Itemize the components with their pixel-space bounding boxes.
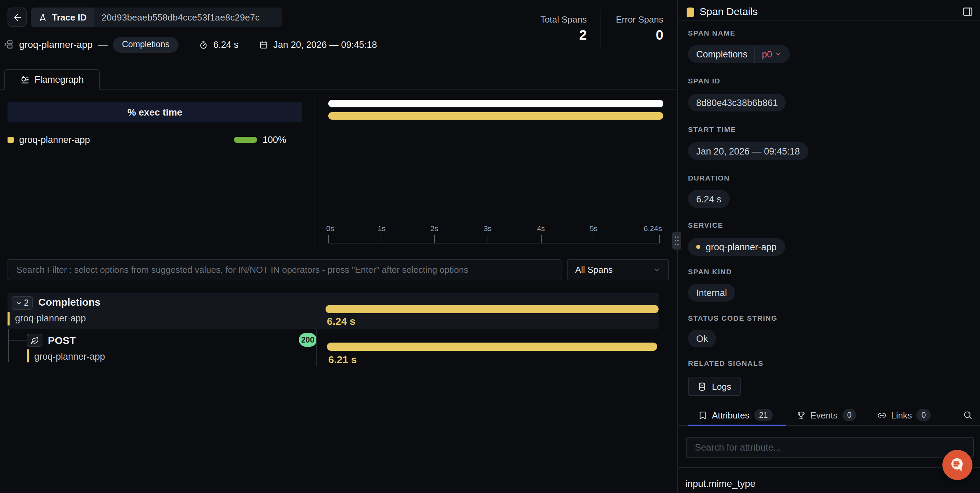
events-count-badge: 0 [843, 409, 857, 421]
span-kind-value: Internal [688, 284, 735, 302]
logs-button[interactable]: Logs [688, 377, 741, 396]
tab-links[interactable]: Links 0 [877, 405, 931, 425]
span-details-accent-icon [687, 8, 694, 17]
span-duration-bar[interactable] [326, 305, 659, 313]
chat-fab-button[interactable] [942, 450, 972, 480]
span-id-value: 8d80e43c38b6b861 [688, 94, 786, 111]
span-name[interactable]: POST [48, 334, 76, 346]
attributes-search-icon[interactable] [963, 410, 972, 420]
status-code-value: Ok [688, 329, 716, 347]
trace-detail-page: Trace ID 20d93beaeb558db4cce53f1ae8c29e7… [0, 0, 980, 493]
service-color-bar [8, 312, 9, 326]
child-span-count: 2 [24, 298, 29, 308]
trace-id-label-segment: Trace ID [31, 8, 94, 27]
link-icon [877, 410, 886, 420]
main-panel: Trace ID 20d93beaeb558db4cce53f1ae8c29e7… [0, 0, 677, 493]
chat-bubble-icon [949, 457, 966, 473]
trace-meta-row: groq-planner-app — Completions 6.24 s Ja… [4, 36, 377, 52]
status-code-label: STATUS CODE STRING [688, 314, 777, 322]
trace-id-chip[interactable]: Trace ID 20d93beaeb558db4cce53f1ae8c29e7… [31, 8, 282, 27]
related-signals-label: RELATED SIGNALS [688, 359, 764, 367]
stats-divider [600, 10, 600, 50]
flamegraph-bottom-divider [0, 251, 677, 252]
duration-value: 6.24 s [688, 190, 730, 208]
span-duration-label: 6.21 s [328, 353, 356, 365]
axis-tick [593, 235, 594, 243]
grip-dots-icon [674, 235, 680, 246]
panel-resize-handle[interactable] [672, 232, 681, 250]
span-id-label: SPAN ID [688, 76, 721, 85]
flame-icon [20, 75, 30, 84]
duration-label: DURATION [688, 174, 730, 182]
tab-flamegraph[interactable]: Flamegraph [4, 69, 100, 89]
compass-icon [38, 13, 47, 22]
axis-tick-label: 2s [430, 224, 438, 232]
attributes-count-badge: 21 [754, 409, 773, 421]
attribute-search-input[interactable]: Search for attribute... [686, 437, 974, 458]
expand-toggle[interactable]: 2 [12, 296, 33, 310]
span-name-value: Completions [696, 49, 748, 59]
separator: — [98, 39, 108, 50]
service-color-bar [27, 350, 29, 363]
axis-tick [541, 235, 542, 243]
attribute-key[interactable]: input.mime_type [685, 478, 755, 489]
flamegraph-span-bar-root[interactable] [328, 100, 663, 107]
span-name[interactable]: Completions [38, 296, 100, 308]
total-spans-value: 2 [472, 27, 587, 43]
service-pill: groq-planner-app [688, 238, 785, 256]
axis-tick-label: 0s [326, 224, 334, 232]
axis-tick [328, 235, 329, 243]
leaf-icon [30, 336, 39, 344]
axis-tick-label: 4s [537, 224, 545, 232]
axis-tick [434, 235, 435, 243]
span-scope-select[interactable]: All Spans [567, 259, 669, 280]
axis-baseline [328, 243, 660, 243]
service-color-swatch [8, 137, 14, 143]
service-color-dot [696, 245, 700, 249]
trace-duration: 6.24 s [213, 39, 239, 49]
details-tabbar: Attributes 21 Events 0 Links 0 [678, 405, 980, 426]
exec-percent-value: 100% [262, 135, 286, 145]
start-time-label: START TIME [688, 125, 736, 134]
root-span-pill[interactable]: Completions [113, 37, 178, 52]
axis-tick-label: 3s [484, 224, 492, 232]
trace-timestamp: Jan 20, 2026 — 09:45:18 [273, 39, 377, 49]
tab-links-label: Links [891, 410, 912, 420]
service-value: groq-planner-app [706, 242, 776, 252]
span-scope-value: All Spans [575, 265, 613, 275]
trace-service-name: groq-planner-app [19, 39, 93, 50]
priority-dropdown[interactable]: p0 [762, 49, 782, 59]
status-code-badge: 200 [299, 333, 317, 347]
axis-tick-label: 6.24s [644, 224, 662, 232]
span-name-label: SPAN NAME [688, 29, 735, 37]
tree-connector-vertical [8, 329, 9, 362]
start-time-value: Jan 20, 2026 — 09:45:18 [688, 142, 808, 160]
error-spans-label: Error Spans [606, 14, 663, 25]
tab-attributes[interactable]: Attributes 21 [698, 405, 772, 425]
axis-tick [488, 235, 488, 243]
panel-divider [678, 467, 980, 468]
axis-tick [382, 235, 382, 243]
priority-value: p0 [762, 49, 772, 59]
axis-tick-label: 5s [590, 224, 597, 232]
service-label: SERVICE [688, 221, 723, 229]
tab-events[interactable]: Events 0 [797, 405, 856, 425]
back-button[interactable] [8, 8, 27, 27]
span-name-pill: Completions p0 [688, 45, 790, 63]
legend-service-name[interactable]: groq-planner-app [19, 135, 90, 145]
arrow-left-icon [12, 12, 22, 22]
logs-button-label: Logs [712, 381, 731, 391]
flamegraph-span-bar-child[interactable] [328, 112, 663, 120]
list-tree-icon [4, 40, 14, 49]
span-duration-label: 6.24 s [327, 315, 355, 327]
bookmark-icon [698, 410, 707, 420]
active-tab-underline [688, 425, 786, 426]
span-details-panel: Span Details SPAN NAME Completions p0 SP… [677, 0, 980, 493]
chevron-down-icon [775, 51, 782, 57]
pane-divider [315, 89, 315, 251]
span-service: groq-planner-app [15, 313, 86, 323]
span-duration-bar[interactable] [327, 343, 657, 351]
panel-collapse-icon[interactable] [962, 6, 973, 17]
span-filter-input[interactable]: Search Filter : select options from sugg… [8, 259, 562, 280]
span-kind-label: SPAN KIND [688, 267, 732, 275]
